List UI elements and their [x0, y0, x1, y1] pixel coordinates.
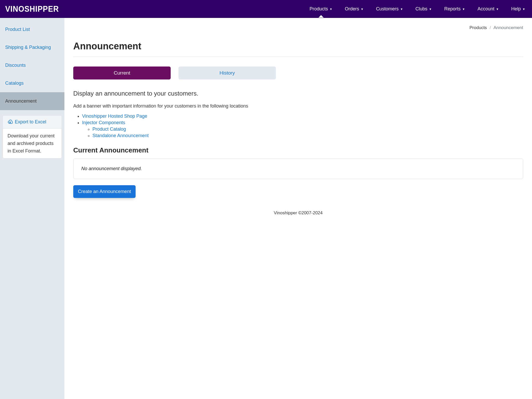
- chevron-down-icon: ▼: [496, 8, 499, 11]
- announcement-empty-box: No announcement displayed.: [73, 158, 523, 179]
- sidebar-item-shipping[interactable]: Shipping & Packaging: [0, 38, 64, 56]
- export-to-excel-link[interactable]: Export to Excel: [3, 116, 62, 129]
- section-heading: Current Announcement: [73, 146, 523, 154]
- nav-item-orders[interactable]: Orders ▼: [343, 1, 365, 17]
- export-description: Download your current and archived produ…: [3, 129, 62, 158]
- location-links: Vinoshipper Hosted Shop Page Injector Co…: [82, 114, 523, 138]
- create-announcement-button[interactable]: Create an Announcement: [73, 185, 136, 198]
- breadcrumb-root[interactable]: Products: [469, 25, 487, 30]
- nav-item-customers[interactable]: Customers ▼: [374, 1, 404, 17]
- nav-label: Clubs: [415, 6, 427, 12]
- chevron-down-icon: ▼: [330, 8, 332, 11]
- chevron-down-icon: ▼: [400, 8, 403, 11]
- nav-label: Account: [477, 6, 494, 12]
- list-item: Injector Components Product Catalog Stan…: [82, 120, 523, 138]
- nav-links: Products ▼ Orders ▼ Customers ▼ Clubs ▼ …: [308, 1, 527, 17]
- link-hosted-shop[interactable]: Vinoshipper Hosted Shop Page: [82, 114, 147, 119]
- page-title: Announcement: [73, 41, 523, 52]
- chevron-down-icon: ▼: [361, 8, 363, 11]
- chevron-down-icon: ▼: [522, 8, 525, 11]
- tab-current[interactable]: Current: [73, 66, 171, 79]
- export-label: Export to Excel: [15, 119, 46, 125]
- description-text: Add a banner with important information …: [73, 103, 523, 109]
- cloud-download-icon: [8, 119, 13, 125]
- sidebar-item-catalogs[interactable]: Catalogs: [0, 74, 64, 92]
- list-item: Product Catalog: [92, 127, 523, 132]
- sidebar: Product List Shipping & Packaging Discou…: [0, 18, 64, 399]
- sidebar-item-discounts[interactable]: Discounts: [0, 56, 64, 74]
- top-navbar: VINOSHIPPER Products ▼ Orders ▼ Customer…: [0, 0, 532, 18]
- breadcrumb: Products / Announcement: [73, 25, 523, 30]
- main-content: Products / Announcement Announcement Cur…: [64, 18, 532, 399]
- nav-label: Reports: [444, 6, 461, 12]
- nav-item-help[interactable]: Help ▼: [510, 1, 527, 17]
- tab-history[interactable]: History: [178, 66, 276, 79]
- sidebar-item-announcement[interactable]: Announcement: [0, 92, 64, 110]
- link-standalone-announcement[interactable]: Standalone Announcement: [92, 133, 149, 138]
- nav-label: Products: [310, 6, 328, 12]
- breadcrumb-separator: /: [490, 25, 491, 30]
- nav-item-reports[interactable]: Reports ▼: [443, 1, 467, 17]
- lead-text: Display an announcement to your customer…: [73, 90, 523, 97]
- list-item: Standalone Announcement: [92, 133, 523, 138]
- breadcrumb-current: Announcement: [494, 25, 523, 30]
- chevron-down-icon: ▼: [462, 8, 465, 11]
- nav-label: Customers: [376, 6, 398, 12]
- title-divider: [73, 56, 523, 57]
- nav-label: Help: [511, 6, 521, 12]
- nav-item-account[interactable]: Account ▼: [476, 1, 500, 17]
- nav-item-products[interactable]: Products ▼: [308, 1, 334, 17]
- list-item: Vinoshipper Hosted Shop Page: [82, 114, 523, 119]
- nav-item-clubs[interactable]: Clubs ▼: [414, 1, 433, 17]
- link-product-catalog[interactable]: Product Catalog: [92, 127, 126, 132]
- chevron-down-icon: ▼: [429, 8, 432, 11]
- tabs: Current History: [73, 66, 523, 79]
- sidebar-item-product-list[interactable]: Product List: [0, 21, 64, 38]
- nav-label: Orders: [345, 6, 359, 12]
- link-injector-components[interactable]: Injector Components: [82, 120, 125, 125]
- export-box: Export to Excel Download your current an…: [3, 115, 62, 158]
- sublinks: Product Catalog Standalone Announcement: [92, 127, 523, 138]
- empty-state-text: No announcement displayed.: [81, 166, 142, 171]
- brand-logo[interactable]: VINOSHIPPER: [5, 4, 59, 14]
- footer-text: Vinoshipper ©2007-2024: [73, 198, 523, 218]
